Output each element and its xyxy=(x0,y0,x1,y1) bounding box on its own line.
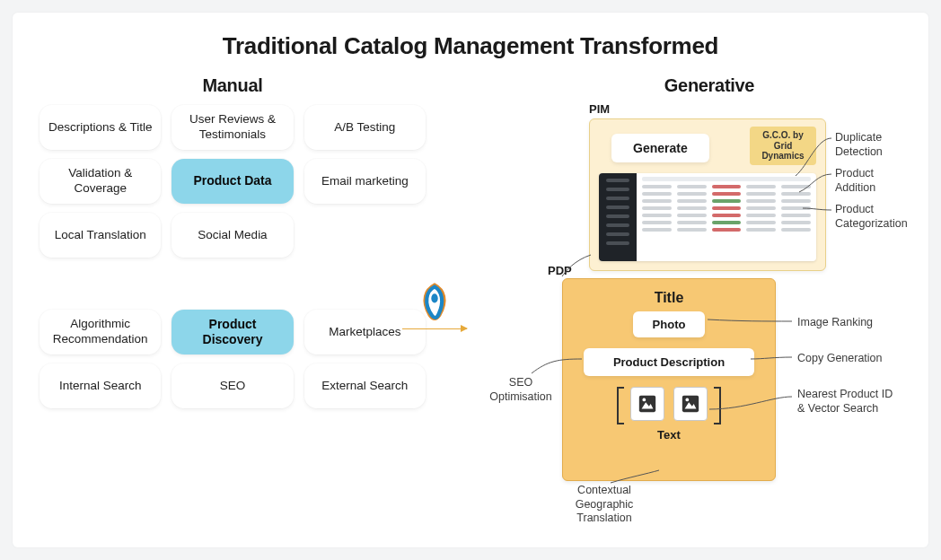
pim-box: G.C.O. by Grid Dynamics Generate xyxy=(589,118,826,271)
svg-rect-4 xyxy=(682,396,699,412)
social-media-pill: Social Media xyxy=(171,213,293,258)
pim-label: PIM xyxy=(589,102,610,116)
algorithmic-rec-pill: Algorithmic Recommendation xyxy=(40,310,161,354)
annotation-product-addition: Product Addition xyxy=(835,167,907,195)
thumbnail-image-icon xyxy=(673,387,708,421)
annotation-copy-generation: Copy Generation xyxy=(797,352,883,366)
diagram-card: Traditional Catalog Management Transform… xyxy=(13,13,928,547)
internal-search-pill: Internal Search xyxy=(40,363,161,408)
annotation-nearest-product: Nearest Product ID & Vector Search xyxy=(797,388,896,416)
brand-logo-icon xyxy=(414,282,455,323)
manual-section: Manual Descriptions & Title User Reviews… xyxy=(40,75,426,408)
pdp-label: PDP xyxy=(548,264,572,277)
photo-chip: Photo xyxy=(633,311,705,337)
pdp-text-label: Text xyxy=(572,428,766,442)
email-marketing-pill: Email marketing xyxy=(304,159,426,204)
pdp-box: Title Photo Product Description Text xyxy=(562,278,776,481)
annotation-seo-optimisation: SEO Optimisation xyxy=(485,376,557,404)
arrow-icon xyxy=(402,328,467,329)
annotation-product-categorization: Product Categorization xyxy=(835,203,908,231)
product-discovery-cluster: Algorithmic Recommendation Product Disco… xyxy=(40,310,426,408)
validation-coverage-pill: Validation & Coverage xyxy=(40,159,161,204)
annotation-contextual-translation: Contextual Geographic Translation xyxy=(564,484,645,526)
manual-heading: Manual xyxy=(40,75,426,96)
pim-table-preview xyxy=(599,173,816,261)
gco-badge: G.C.O. by Grid Dynamics xyxy=(750,127,816,165)
svg-point-6 xyxy=(686,398,690,402)
ab-testing-pill: A/B Testing xyxy=(304,105,426,150)
annotation-image-ranking: Image Ranking xyxy=(797,316,873,330)
descriptions-title-pill: Descriptions & Title xyxy=(40,105,161,150)
product-discovery-pill: Product Discovery xyxy=(171,310,293,354)
main-title: Traditional Catalog Management Transform… xyxy=(13,13,928,60)
pdp-title: Title xyxy=(572,290,766,306)
generative-heading: Generative xyxy=(512,75,907,96)
svg-point-0 xyxy=(431,293,437,302)
product-description-chip: Product Description xyxy=(584,348,754,376)
similar-products-thumbs xyxy=(572,387,766,421)
transition-arrow xyxy=(394,282,475,329)
generate-chip: Generate xyxy=(611,134,709,162)
product-data-cluster: Descriptions & Title User Reviews & Test… xyxy=(40,105,426,258)
product-data-pill: Product Data xyxy=(171,159,293,204)
svg-point-3 xyxy=(643,398,646,402)
seo-pill: SEO xyxy=(171,363,293,408)
generative-section: Generative PIM PDP G.C.O. by Grid Dynami… xyxy=(476,75,907,533)
pim-sidebar xyxy=(599,173,637,261)
thumbnail-image-icon xyxy=(630,387,664,421)
annotation-duplicate-detection: Duplicate Detection xyxy=(835,131,907,159)
local-translation-pill: Local Translation xyxy=(40,213,161,258)
pim-table-body xyxy=(637,173,816,261)
external-search-pill: External Search xyxy=(304,363,426,408)
user-reviews-pill: User Reviews & Testimonials xyxy=(171,105,293,150)
svg-rect-1 xyxy=(639,396,655,412)
